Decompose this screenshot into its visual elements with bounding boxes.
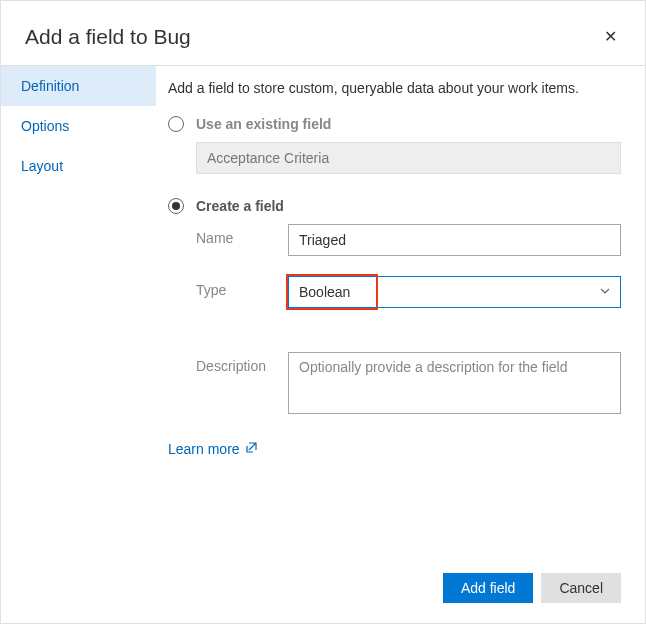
- name-input[interactable]: [288, 224, 621, 256]
- radio-create-field[interactable]: [168, 198, 184, 214]
- existing-field-select: [196, 142, 621, 174]
- external-link-icon: [246, 442, 257, 456]
- tab-options[interactable]: Options: [1, 106, 156, 146]
- type-select[interactable]: [288, 276, 621, 308]
- radio-use-existing[interactable]: [168, 116, 184, 132]
- create-field-title: Create a field: [196, 198, 284, 214]
- use-existing-title: Use an existing field: [196, 116, 331, 132]
- name-label: Name: [196, 224, 288, 246]
- description-textarea[interactable]: [288, 352, 621, 414]
- type-label: Type: [196, 276, 288, 298]
- description-label: Description: [196, 352, 288, 374]
- learn-more-link[interactable]: Learn more: [168, 441, 257, 457]
- tab-definition[interactable]: Definition: [1, 66, 156, 106]
- cancel-button[interactable]: Cancel: [541, 573, 621, 603]
- learn-more-text: Learn more: [168, 441, 240, 457]
- intro-text: Add a field to store custom, queryable d…: [168, 80, 621, 96]
- add-field-button[interactable]: Add field: [443, 573, 533, 603]
- close-icon: ✕: [604, 28, 617, 45]
- close-button[interactable]: ✕: [600, 25, 621, 49]
- type-select-value[interactable]: [288, 276, 621, 308]
- sidebar: Definition Options Layout: [1, 66, 156, 457]
- content-panel: Add a field to store custom, queryable d…: [156, 66, 645, 457]
- tab-layout[interactable]: Layout: [1, 146, 156, 186]
- dialog-title: Add a field to Bug: [25, 25, 191, 49]
